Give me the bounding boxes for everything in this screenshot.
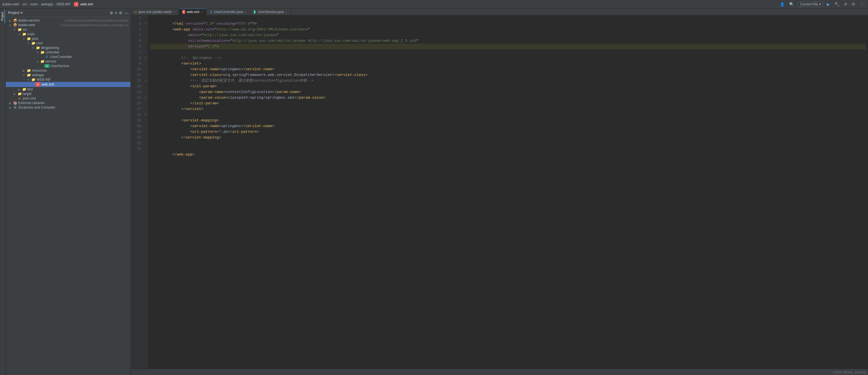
folder-icon-service: 📁 xyxy=(40,59,45,63)
user-icon[interactable]: 👤 xyxy=(779,1,786,7)
stop-icon[interactable]: ⬛ xyxy=(859,1,866,7)
fold-9: ⊖ xyxy=(143,61,148,66)
tree-path-dubbo-web: D:\DingJiaxiong\IdeaProjects\dubbo-pro\d… xyxy=(60,23,130,27)
tree-arrow-test: ▶ xyxy=(17,88,22,91)
scratch-icon: ⚙ xyxy=(12,105,18,110)
tree-item-com[interactable]: ▼ 📁 com xyxy=(6,41,130,45)
update-icon[interactable]: ⟳ xyxy=(851,1,856,7)
xml-icon-webxml: X xyxy=(35,82,40,87)
editor-area: m pom.xml (dubbo-web) × X web.xml × C Us… xyxy=(131,8,868,375)
tab-userservice[interactable]: I UserService.java × xyxy=(250,8,291,15)
fold-11: ⊖ xyxy=(143,72,148,78)
tree-item-src[interactable]: ▼ 📁 src xyxy=(6,27,130,32)
tree-label-src: src xyxy=(23,28,130,32)
tree-item-userservice[interactable]: ▶ I UserService xyxy=(6,64,130,68)
tree-item-main[interactable]: ▼ 📁 main xyxy=(6,32,130,36)
tree-item-external-libraries[interactable]: ▶ 📚 External Libraries xyxy=(6,101,130,105)
breadcrumb-dubbo-web[interactable]: dubbo-web xyxy=(2,2,19,6)
tab-close-userservice[interactable]: × xyxy=(285,10,287,14)
panel-close-icon[interactable]: — xyxy=(124,10,128,15)
breadcrumb-webapp[interactable]: webapp xyxy=(41,2,53,6)
panel-collapse-icon[interactable]: ≡ xyxy=(115,10,117,15)
top-bar-right: 👤 🔍 Current File ▾ ▶ 🔨 ↺ ⟳ ⬛ xyxy=(779,1,866,7)
current-file-label: Current File xyxy=(800,2,818,6)
sidebar-project-tab[interactable]: Project xyxy=(0,10,5,23)
panel-options-icon[interactable]: ⚙ xyxy=(119,10,123,15)
tree-label-pomxml: pom.xml xyxy=(23,96,130,100)
fold-8[interactable]: ⊖ xyxy=(143,55,148,61)
search-icon[interactable]: 🔍 xyxy=(788,1,795,7)
breadcrumb-webinf[interactable]: WEB-INF xyxy=(56,2,71,6)
tree-item-dubbo-service[interactable]: ▶ 📦 dubbo-service D:\DingJiaxiong\IdeaPr… xyxy=(6,18,130,23)
vertical-sidebar: Project xyxy=(0,8,6,375)
tab-usercontroller[interactable]: C UserController.java × xyxy=(207,8,250,15)
line-num-12: 12 xyxy=(133,78,141,84)
tree-label-webinf: WEB-INF xyxy=(36,77,130,82)
code-editor[interactable]: 1 2 3 4 5 6 7 8 9 10 11 12 13 14 15 16 1… xyxy=(131,15,868,369)
line-num-3: 3 xyxy=(133,27,141,32)
tree-item-webapp[interactable]: ▼ 📁 webapp xyxy=(6,73,130,77)
tab-icon-pom: m xyxy=(134,10,137,14)
tree-label-com: com xyxy=(36,41,130,45)
reload-icon[interactable]: ↺ xyxy=(843,1,848,7)
line-num-6: 6 xyxy=(133,44,141,50)
tree-arrow-target: ▶ xyxy=(12,92,17,96)
bottom-bar-watermark: CSDN @Ding_Jiaxiong xyxy=(833,370,866,374)
tree-item-target[interactable]: ▶ 📁 target xyxy=(6,92,130,96)
tree-item-java[interactable]: ▼ 📁 java xyxy=(6,36,130,41)
tree-item-dubbo-web[interactable]: ▼ 📦 dubbo-web D:\DingJiaxiong\IdeaProjec… xyxy=(6,23,130,27)
build-icon[interactable]: 🔨 xyxy=(833,1,840,7)
tree-label-dubbo-service: dubbo-service xyxy=(18,19,64,23)
tree-item-service[interactable]: ▼ 📁 service xyxy=(6,59,130,64)
tab-web[interactable]: X web.xml × xyxy=(179,8,207,15)
tree-item-webxml[interactable]: ▶ X web.xml xyxy=(6,82,130,87)
code-content[interactable]: <?xml version="1.0" encoding="UTF-8"?> <… xyxy=(148,15,868,369)
pom-icon: m xyxy=(17,97,22,100)
fold-10: ⊖ xyxy=(143,66,148,72)
fold-14: ⊖ xyxy=(143,89,148,95)
code-line-7: ____<!-- Springmvc --> xyxy=(150,50,866,55)
fold-15[interactable]: ⊖ xyxy=(143,95,148,101)
tree-item-usercontroller[interactable]: ▶ C UserController xyxy=(6,55,130,59)
tabs-bar: m pom.xml (dubbo-web) × X web.xml × C Us… xyxy=(131,8,868,15)
tree-item-controller[interactable]: ▼ 📁 controller xyxy=(6,50,130,55)
fold-12[interactable]: ⊖ xyxy=(143,78,148,84)
panel-header: Project ▾ ⊕ ≡ ⚙ — xyxy=(6,8,130,17)
panel-sync-icon[interactable]: ⊕ xyxy=(110,10,113,15)
tree-item-resources[interactable]: ▶ 📁 resources xyxy=(6,68,130,73)
panel-dropdown-icon[interactable]: ▾ xyxy=(21,11,23,15)
code-line-23 xyxy=(150,140,866,146)
tree-path-dubbo-service: D:\DingJiaxiong\IdeaProjects\dubbo-pro\d… xyxy=(65,19,130,22)
tab-close-pom[interactable]: × xyxy=(173,10,175,14)
code-line-8: ____<servlet> xyxy=(150,55,866,61)
line-num-21: 21 xyxy=(133,129,141,135)
tab-close-usercontroller[interactable]: × xyxy=(245,10,246,14)
folder-icon-webapp: 📁 xyxy=(26,73,31,77)
breadcrumb-webxml[interactable]: web.xml xyxy=(80,2,93,6)
tree-item-test[interactable]: ▶ 📁 test xyxy=(6,87,130,92)
tree-arrow-src: ▼ xyxy=(12,28,17,31)
tree-item-scratches[interactable]: ▶ ⚙ Scratches and Consoles xyxy=(6,105,130,110)
code-line-17 xyxy=(150,106,866,112)
fold-23: ⊖ xyxy=(143,140,148,146)
breadcrumb-src[interactable]: src xyxy=(23,2,27,6)
tree-item-webinf[interactable]: ▼ 📁 WEB-INF xyxy=(6,77,130,82)
tab-pom[interactable]: m pom.xml (dubbo-web) × xyxy=(131,8,179,15)
line-num-24: 24 xyxy=(133,146,141,152)
folder-icon-controller: 📁 xyxy=(40,50,45,54)
breadcrumb-main[interactable]: main xyxy=(30,2,38,6)
tree-item-pomxml[interactable]: ▶ m pom.xml xyxy=(6,96,130,101)
tree-label-external-libraries: External Libraries xyxy=(18,101,130,105)
fold-2[interactable]: ⊖ xyxy=(143,21,148,27)
fold-20: ⊖ xyxy=(143,123,148,129)
current-file-dropdown[interactable]: Current File ▾ xyxy=(798,1,823,7)
breadcrumb: dubbo-web › src › main › webapp › WEB-IN… xyxy=(2,2,93,6)
folder-icon-webinf: 📁 xyxy=(31,77,36,82)
tree-item-dingjiaxiong[interactable]: ▼ 📁 dingjiaxiong xyxy=(6,45,130,50)
code-line-18: ____<servlet-mapping> xyxy=(150,112,866,118)
run-icon[interactable]: ▶ xyxy=(826,1,831,7)
line-num-22: 22 xyxy=(133,135,141,140)
line-num-10: 10 xyxy=(133,66,141,72)
fold-18[interactable]: ⊖ xyxy=(143,112,148,118)
tab-close-web[interactable]: × xyxy=(201,10,203,14)
